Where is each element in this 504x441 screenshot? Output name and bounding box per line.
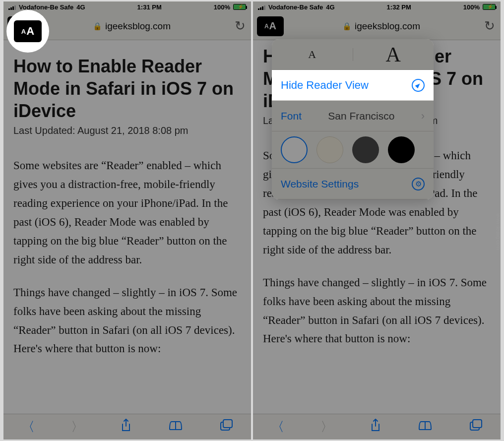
url-field[interactable]: 🔒 igeeksblog.com: [284, 21, 479, 32]
bottom-toolbar: 〈 〉: [3, 414, 251, 440]
theme-white[interactable]: [281, 136, 308, 163]
url-field[interactable]: 🔒 igeeksblog.com: [34, 21, 229, 32]
network-label: 4G: [326, 3, 334, 11]
article-paragraph: Some websites are “Reader” enabled – whi…: [13, 156, 241, 269]
url-bar: AA 🔒 igeeksblog.com ↻: [253, 12, 501, 40]
lock-icon: 🔒: [93, 22, 102, 31]
url-domain: igeeksblog.com: [105, 21, 171, 32]
network-label: 4G: [76, 3, 85, 11]
share-button[interactable]: [120, 418, 132, 436]
back-button[interactable]: 〈: [22, 418, 35, 436]
bottom-toolbar: 〈 〉: [253, 414, 501, 440]
forward-button: 〉: [71, 418, 84, 436]
gear-icon: ⚙: [412, 178, 425, 190]
forward-button: 〉: [320, 418, 333, 436]
font-row[interactable]: Font San Francisco ›: [272, 101, 434, 131]
article-title: How to Enable Reader Mode in Safari in i…: [13, 55, 241, 122]
carrier-label: Vodafone-Be Safe: [268, 3, 323, 11]
text-size-row: A A: [272, 39, 434, 70]
article-paragraph: Things have changed – slightly – in iOS …: [263, 273, 491, 349]
highlight-circle: AA: [6, 10, 49, 53]
battery-icon: ⚡: [483, 4, 496, 10]
battery-pct: 100%: [214, 3, 230, 11]
phone-left: Vodafone-Be Safe 4G 1:31 PM 100% ⚡ AA 🔒 …: [3, 1, 251, 440]
signal-icon: [258, 4, 265, 10]
hide-reader-label: Hide Reader View: [281, 79, 369, 92]
reader-aa-button-highlight[interactable]: AA: [14, 20, 42, 42]
battery-pct: 100%: [463, 3, 480, 11]
decrease-text-button[interactable]: A: [272, 48, 353, 61]
website-settings-row[interactable]: Website Settings ⚙: [272, 169, 434, 199]
increase-text-button[interactable]: A: [353, 43, 434, 66]
website-settings-label: Website Settings: [281, 178, 359, 190]
hide-reader-row[interactable]: Hide Reader View: [272, 70, 434, 101]
lock-icon: 🔒: [342, 22, 352, 31]
phone-right: Vodafone-Be Safe 4G 1:32 PM 100% ⚡ AA 🔒 …: [253, 1, 501, 440]
theme-black[interactable]: [388, 136, 415, 163]
url-domain: igeeksblog.com: [355, 21, 420, 32]
status-bar: Vodafone-Be Safe 4G 1:31 PM 100% ⚡: [3, 1, 251, 12]
theme-sepia[interactable]: [316, 136, 343, 163]
status-bar: Vodafone-Be Safe 4G 1:32 PM 100% ⚡: [253, 1, 501, 12]
bookmarks-button[interactable]: [168, 419, 183, 435]
svg-rect-3: [473, 420, 482, 428]
article-meta: Last Updated: August 21, 2018 8:08 pm: [13, 125, 241, 136]
article-content: How to Enable Reader Mode in Safari in i…: [3, 40, 251, 382]
signal-icon: [8, 4, 16, 10]
reader-settings-popup: A A Hide Reader View Font San Francisco …: [272, 39, 434, 199]
compass-icon: [412, 79, 425, 92]
chevron-right-icon: ›: [421, 110, 425, 123]
reload-button[interactable]: ↻: [479, 18, 501, 34]
share-button[interactable]: [370, 418, 381, 436]
font-value: San Francisco: [302, 110, 421, 122]
reload-button[interactable]: ↻: [229, 18, 251, 34]
theme-gray[interactable]: [352, 136, 379, 163]
svg-rect-1: [223, 420, 232, 428]
tabs-button[interactable]: [469, 419, 483, 435]
clock: 1:31 PM: [137, 3, 162, 11]
battery-icon: ⚡: [233, 4, 246, 10]
watermark: www.deuag.com: [496, 213, 501, 250]
tabs-button[interactable]: [219, 419, 233, 435]
bookmarks-button[interactable]: [418, 419, 433, 435]
reader-aa-button[interactable]: AA: [257, 16, 284, 36]
font-label: Font: [281, 110, 302, 122]
clock: 1:32 PM: [387, 3, 411, 11]
back-button[interactable]: 〈: [271, 418, 284, 436]
article-paragraph: Things have changed – slightly – in iOS …: [13, 283, 241, 359]
theme-row: [272, 131, 434, 169]
